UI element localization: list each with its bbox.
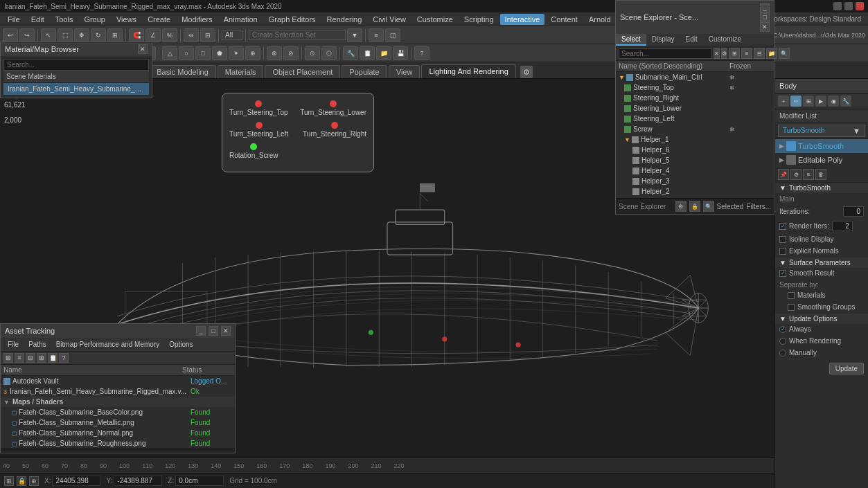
at-close-btn[interactable]: ✕ bbox=[221, 326, 231, 336]
update-btn[interactable]: Update bbox=[829, 363, 864, 374]
mat-item-1[interactable]: Iranian_Fateh_Semi_Heavy_Submarine_Rigge… bbox=[3, 83, 149, 95]
select-btn[interactable]: ↖ bbox=[41, 28, 56, 42]
menu-modifiers[interactable]: Modifiers bbox=[177, 14, 218, 25]
tb2-btn20[interactable]: 🔧 bbox=[343, 46, 358, 60]
tb2-btn17[interactable]: ⊘ bbox=[283, 46, 299, 60]
se-close-btn[interactable]: ✕ bbox=[760, 22, 770, 32]
menu-interactive[interactable]: Interactive bbox=[500, 14, 545, 25]
tb2-btn22[interactable]: 📁 bbox=[376, 46, 391, 60]
always-check[interactable] bbox=[779, 326, 786, 333]
se-row-steering-top[interactable]: Steering_Top ❄ bbox=[616, 82, 774, 93]
mirror-btn[interactable]: ⇔ bbox=[184, 28, 199, 42]
menu-rendering[interactable]: Rendering bbox=[322, 14, 367, 25]
mod-delete-icon[interactable]: 🗑 bbox=[815, 169, 826, 180]
at-tb-btn5[interactable]: 📋 bbox=[48, 353, 57, 363]
at-menu-bitmap[interactable]: Bitmap Performance and Memory bbox=[52, 339, 164, 350]
timeline-area[interactable]: 40 50 60 70 80 90 100 110 120 130 140 15… bbox=[0, 458, 774, 473]
se-row-helper5[interactable]: Helper_5 bbox=[616, 155, 774, 165]
se-row-steering-lower[interactable]: Steering_Lower bbox=[616, 103, 774, 114]
menu-graph-editors[interactable]: Graph Editors bbox=[264, 14, 321, 25]
modify-tab-icon[interactable]: ✏ bbox=[790, 96, 801, 107]
move-btn[interactable]: ✥ bbox=[74, 28, 89, 42]
menu-scripting[interactable]: Scripting bbox=[459, 14, 499, 25]
at-file-row-0[interactable]: ◻ Fateh-Class_Submarine_BaseColor.png Fo… bbox=[1, 407, 235, 417]
se-tb-btn5[interactable]: 🔍 bbox=[779, 48, 790, 59]
motion-tab-icon[interactable]: ▶ bbox=[815, 96, 826, 107]
tb2-btn24[interactable]: ? bbox=[414, 46, 429, 60]
at-file-row-3[interactable]: ◻ Fateh-Class_Submarine_Roughness.png Fo… bbox=[1, 438, 235, 449]
utilities-tab-icon[interactable]: 🔧 bbox=[840, 96, 851, 107]
menu-create[interactable]: Create bbox=[143, 14, 175, 25]
tab-view[interactable]: View bbox=[389, 65, 420, 78]
tab-materials[interactable]: Materials bbox=[218, 65, 264, 78]
selection-set-input[interactable] bbox=[249, 30, 346, 40]
tab-lighting-rendering[interactable]: Lighting And Rendering bbox=[421, 64, 515, 78]
smooth-result-check[interactable] bbox=[779, 270, 786, 277]
mat-browser-close-btn[interactable]: ✕ bbox=[138, 44, 148, 54]
se-minimize-btn[interactable]: _ bbox=[760, 3, 770, 12]
se-row-helper2[interactable]: Helper_2 bbox=[616, 186, 774, 197]
at-file-row[interactable]: 3 Iranian_Fateh_Semi_Heavy_Submarine_Rig… bbox=[1, 386, 235, 397]
at-file-row-1[interactable]: ◻ Fateh-Class_Submarine_Metallic.png Fou… bbox=[1, 417, 235, 428]
se-row-screw[interactable]: Screw ❄ bbox=[616, 124, 774, 134]
close-btn[interactable] bbox=[856, 2, 864, 10]
grid-toggle-btn[interactable]: ⊞ bbox=[4, 476, 14, 486]
update-options-header[interactable]: ▼ Update Options bbox=[775, 314, 868, 324]
se-row-helper3[interactable]: Helper_3 bbox=[616, 176, 774, 186]
percent-snap-btn[interactable]: % bbox=[162, 28, 177, 42]
tb2-btn18[interactable]: ⊙ bbox=[305, 46, 320, 60]
menu-animation[interactable]: Animation bbox=[219, 14, 263, 25]
se-options-btn[interactable]: ⚙ bbox=[721, 48, 727, 59]
at-menu-options[interactable]: Options bbox=[165, 339, 197, 350]
tb2-btn23[interactable]: 💾 bbox=[393, 46, 408, 60]
se-row-main-ctrl[interactable]: ▼ Submarine_Main_Ctrl ❄ bbox=[616, 72, 774, 82]
se-tb-btn3[interactable]: ⊟ bbox=[754, 48, 765, 59]
se-tab-display[interactable]: Display bbox=[646, 34, 680, 46]
at-scrollbar[interactable] bbox=[1, 449, 235, 453]
tb2-btn14[interactable]: ✦ bbox=[229, 46, 244, 60]
maximize-btn[interactable] bbox=[844, 2, 853, 10]
at-tb-btn3[interactable]: ⊟ bbox=[26, 353, 35, 363]
menu-tools[interactable]: Tools bbox=[51, 14, 78, 25]
at-tb-btn6[interactable]: ? bbox=[59, 353, 69, 363]
se-search-input[interactable] bbox=[619, 48, 712, 59]
at-vault-row[interactable]: Autodesk Vault Logged O... bbox=[1, 376, 235, 386]
when-rendering-check[interactable] bbox=[779, 338, 786, 345]
minimize-btn[interactable] bbox=[833, 2, 842, 10]
se-row-steering-left[interactable]: Steering_Left bbox=[616, 114, 774, 124]
se-lock-btn[interactable]: 🔒 bbox=[689, 201, 700, 212]
render-iters-check[interactable] bbox=[779, 223, 786, 230]
ribbon-btn[interactable]: ◫ bbox=[385, 28, 400, 42]
menu-civil-view[interactable]: Civil View bbox=[368, 14, 410, 25]
se-row-helper6[interactable]: Helper_6 bbox=[616, 145, 774, 155]
at-menu-file[interactable]: File bbox=[3, 339, 23, 350]
tab-populate[interactable]: Populate bbox=[342, 65, 387, 78]
mod-pin-icon[interactable]: 📌 bbox=[778, 169, 789, 180]
smoothing-groups-check[interactable] bbox=[788, 304, 795, 311]
hierarchy-tab-icon[interactable]: ⊞ bbox=[803, 96, 814, 107]
mod-stack-icon[interactable]: ≡ bbox=[803, 169, 814, 180]
selection-set-btn[interactable]: ▼ bbox=[347, 28, 362, 42]
se-filter-btn[interactable]: ✕ bbox=[714, 48, 720, 59]
se-row-steering-right[interactable]: Steering_Right bbox=[616, 93, 774, 103]
se-settings-btn[interactable]: ⚙ bbox=[675, 201, 687, 212]
tab-basic-modeling[interactable]: Basic Modeling bbox=[149, 65, 216, 78]
tb2-btn15[interactable]: ⊕ bbox=[245, 46, 260, 60]
lock-btn[interactable]: 🔒 bbox=[17, 476, 26, 486]
se-tab-edit[interactable]: Edit bbox=[680, 34, 703, 46]
se-maximize-btn[interactable]: □ bbox=[760, 12, 770, 22]
materials-check[interactable] bbox=[788, 292, 795, 299]
se-row-helper1[interactable]: ▼ Helper_1 bbox=[616, 134, 774, 145]
se-tab-customize[interactable]: Customize bbox=[703, 34, 747, 46]
menu-group[interactable]: Group bbox=[79, 14, 110, 25]
tb2-btn12[interactable]: □ bbox=[195, 46, 211, 60]
menu-customize[interactable]: Customize bbox=[412, 14, 458, 25]
align-btn[interactable]: ⊟ bbox=[200, 28, 215, 42]
menu-arnold[interactable]: Arnold bbox=[584, 14, 616, 25]
menu-content[interactable]: Content bbox=[546, 14, 583, 25]
tb2-btn19[interactable]: ⬡ bbox=[321, 46, 337, 60]
at-file-row-2[interactable]: ◻ Fateh-Class_Submarine_Normal.png Found bbox=[1, 428, 235, 438]
se-tab-select[interactable]: Select bbox=[616, 34, 646, 46]
tab-settings-btn[interactable]: ⚙ bbox=[520, 66, 533, 78]
select-region-btn[interactable]: ⬚ bbox=[57, 28, 73, 42]
